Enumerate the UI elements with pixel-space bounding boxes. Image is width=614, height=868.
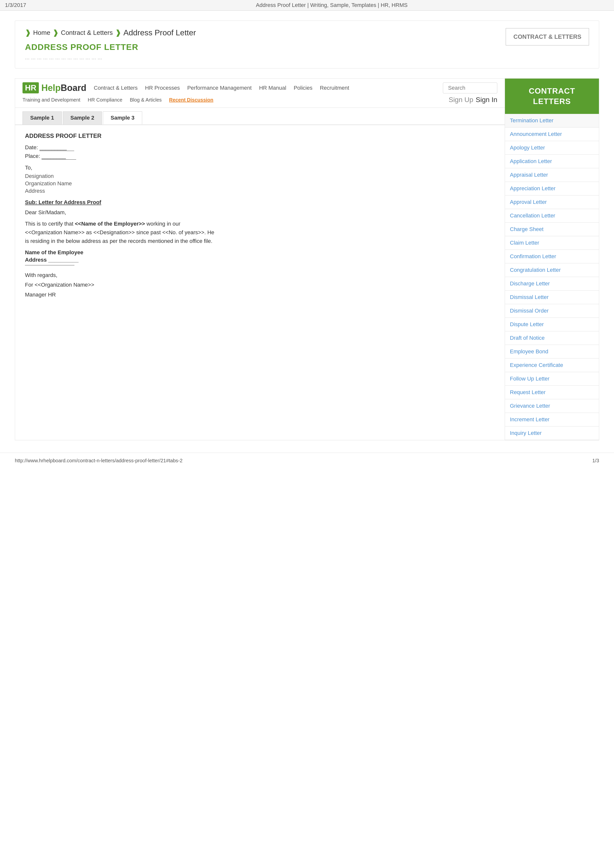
list-item: Approval Letter (505, 195, 599, 209)
sidebar-follow-up[interactable]: Follow Up Letter (510, 375, 549, 382)
sidebar-discharge[interactable]: Discharge Letter (510, 281, 550, 287)
list-item: Apology Letter (505, 141, 599, 155)
nav-hr-processes[interactable]: HR Processes (145, 85, 180, 91)
letter-org-name: Organization Name (25, 180, 495, 187)
tab-sample-3[interactable]: Sample 3 (103, 112, 142, 124)
list-item: Follow Up Letter (505, 372, 599, 386)
letter-regards: With regards, For <<Organization Name>> … (25, 270, 495, 300)
list-item: Discharge Letter (505, 277, 599, 291)
letter-greeting: Dear Sir/Madam, (25, 209, 495, 216)
letter-date-field: Date: _________ (25, 144, 495, 151)
regards-text: With regards, (25, 272, 58, 278)
nav-blog[interactable]: Blog & Articles (130, 97, 162, 103)
sidebar-charge-sheet[interactable]: Charge Sheet (510, 226, 544, 232)
list-item: Dismissal Letter (505, 291, 599, 304)
sidebar-congratulation[interactable]: Congratulation Letter (510, 267, 561, 273)
list-item: Cancellation Letter (505, 209, 599, 223)
breadcrumb-nav: ❱ Home ❱ Contract & Letters ❱ Address Pr… (25, 28, 196, 37)
letter-subject: Sub: Letter for Address Proof (25, 199, 495, 206)
list-item: Application Letter (505, 155, 599, 168)
breadcrumb-chevron-icon: ❱ (53, 29, 58, 37)
sidebar-increment[interactable]: Increment Letter (510, 416, 549, 423)
tab-sample-2[interactable]: Sample 2 (63, 112, 102, 124)
content-left: HR HelpBoard Contract & Letters HR Proce… (15, 79, 505, 440)
sidebar-appreciation[interactable]: Appreciation Letter (510, 185, 556, 192)
nav-links-top: Contract & Letters HR Processes Performa… (94, 85, 349, 91)
list-item: Employee Bond (505, 345, 599, 358)
nav-hr-manual[interactable]: HR Manual (259, 85, 286, 91)
browser-title: Address Proof Letter | Writing, Sample, … (54, 2, 609, 8)
sidebar-list: Announcement Letter Apology Letter Appli… (505, 127, 599, 440)
nav-hr-compliance[interactable]: HR Compliance (88, 97, 123, 103)
nav-policies[interactable]: Policies (294, 85, 312, 91)
sidebar-request[interactable]: Request Letter (510, 389, 546, 395)
list-item: Dismissal Order (505, 304, 599, 318)
breadcrumb-chevron2-icon: ❱ (115, 29, 121, 37)
list-item: Dispute Letter (505, 318, 599, 331)
employee-address-label: Address __________ (25, 257, 495, 263)
browser-bar: 1/3/2017 Address Proof Letter | Writing,… (0, 0, 614, 11)
sidebar-draft-notice[interactable]: Draft of Notice (510, 335, 545, 341)
logo-text: HelpBoard (41, 83, 86, 93)
sign-in-area: Sign Up Sign In (449, 96, 497, 104)
employer-placeholder: <<Name of the Employer>> (75, 221, 145, 227)
employee-name-label: Name of the Employee (25, 249, 495, 256)
sidebar-claim[interactable]: Claim Letter (510, 240, 539, 246)
letter-title: ADDRESS PROOF LETTER (25, 132, 495, 140)
termination-link[interactable]: Termination Letter (510, 117, 553, 124)
page-subtitle: ... ... ... ... ... ... ... ... ... ... … (25, 54, 196, 61)
sidebar-announcement[interactable]: Announcement Letter (510, 131, 562, 137)
main-content: HR HelpBoard Contract & Letters HR Proce… (15, 78, 599, 440)
tabs-bar: Sample 1 Sample 2 Sample 3 (15, 108, 505, 125)
sidebar-grievance[interactable]: Grievance Letter (510, 403, 550, 409)
sidebar-cancellation[interactable]: Cancellation Letter (510, 212, 555, 219)
footer-pagination: 1/3 (592, 458, 599, 463)
sidebar-header: CONTRACT LETTERS (505, 79, 599, 114)
sidebar-appraisal[interactable]: Appraisal Letter (510, 172, 548, 178)
search-input[interactable] (443, 82, 497, 93)
home-chevron-icon: ❱ (25, 29, 31, 37)
breadcrumb-contract[interactable]: Contract & Letters (61, 29, 113, 37)
letter-content: ADDRESS PROOF LETTER Date: _________ Pla… (15, 125, 505, 307)
nav-training[interactable]: Training and Development (22, 97, 80, 103)
breadcrumb-left: ❱ Home ❱ Contract & Letters ❱ Address Pr… (25, 28, 196, 61)
sidebar-application[interactable]: Application Letter (510, 158, 552, 164)
list-item: Announcement Letter (505, 127, 599, 141)
date-line: _________ (40, 144, 74, 151)
place-label: Place: (25, 153, 42, 159)
logo-icon: HR (22, 82, 39, 93)
list-item: Claim Letter (505, 236, 599, 250)
sidebar-experience[interactable]: Experience Certificate (510, 362, 563, 368)
sidebar-apology[interactable]: Apology Letter (510, 144, 545, 151)
list-item: Confirmation Letter (505, 250, 599, 264)
letter-address: Address (25, 188, 495, 194)
manager-text: Manager HR (25, 291, 56, 298)
breadcrumb-current: Address Proof Letter (123, 28, 196, 37)
list-item: Charge Sheet (505, 223, 599, 236)
list-item: Inquiry Letter (505, 426, 599, 440)
termination-letter-item[interactable]: Termination Letter (505, 114, 599, 127)
sidebar-employee-bond[interactable]: Employee Bond (510, 349, 548, 355)
browser-date: 1/3/2017 (5, 2, 45, 8)
nav-perf-mgmt[interactable]: Performance Management (187, 85, 252, 91)
sidebar-approval[interactable]: Approval Letter (510, 199, 547, 205)
sidebar-dispute[interactable]: Dispute Letter (510, 321, 544, 327)
sidebar-inquiry[interactable]: Inquiry Letter (510, 430, 541, 436)
sidebar-dismissal-order[interactable]: Dismissal Order (510, 308, 549, 314)
list-item: Draft of Notice (505, 331, 599, 345)
nav-recent-discussion[interactable]: Recent Discussion (169, 97, 213, 103)
logo-area[interactable]: HR HelpBoard (22, 82, 86, 93)
list-item: Congratulation Letter (505, 264, 599, 277)
date-label: Date: (25, 144, 40, 150)
tab-sample-1[interactable]: Sample 1 (22, 112, 62, 124)
letter-place-field: Place: ________ (25, 153, 495, 160)
sidebar-dismissal[interactable]: Dismissal Letter (510, 294, 549, 300)
breadcrumb-sidebar-box: CONTRACT & LETTERS (506, 28, 589, 45)
sign-up-button[interactable]: Sign Up (449, 96, 473, 104)
page-main-title: ADDRESS PROOF LETTER (25, 42, 196, 52)
breadcrumb-home[interactable]: Home (33, 29, 50, 37)
sign-in-button[interactable]: Sign In (476, 96, 497, 104)
nav-contract-letters[interactable]: Contract & Letters (94, 85, 137, 91)
nav-recruitment[interactable]: Recruitment (320, 85, 349, 91)
sidebar-confirmation[interactable]: Confirmation Letter (510, 253, 556, 259)
